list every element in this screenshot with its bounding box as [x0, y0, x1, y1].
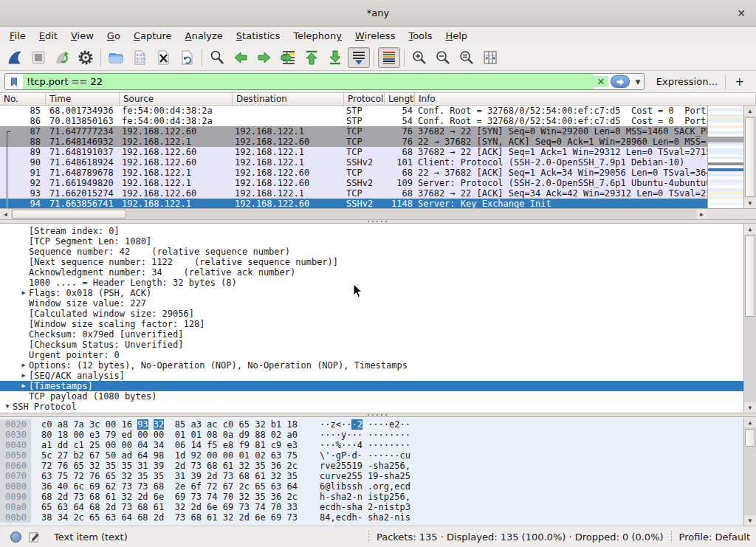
- detail-line[interactable]: ▶Options: (12 bytes), No-Operation (NOP)…: [0, 360, 743, 371]
- open-file-button[interactable]: [105, 47, 127, 68]
- scroll-down-icon[interactable]: ▼: [744, 515, 756, 526]
- display-filter-field[interactable]: !tcp.port == 22 ✕ ▼: [4, 73, 645, 90]
- capture-comment-icon[interactable]: [27, 530, 41, 543]
- last-packet-button[interactable]: [324, 47, 346, 68]
- resize-columns-button[interactable]: [479, 47, 501, 68]
- detail-line[interactable]: ▶[Timestamps]: [0, 381, 743, 391]
- hex-ascii[interactable]: ecdh-sha 2-nistp3: [298, 502, 410, 512]
- column-header-source[interactable]: Source: [120, 93, 233, 105]
- hex-row-00b0[interactable]: 00b038 34 2c 65 63 64 68 2d 73 68 61 32 …: [0, 512, 743, 523]
- packet-row-88[interactable]: 8871.648146932192.168.122.1192.168.122.6…: [0, 137, 707, 147]
- column-header-time[interactable]: Time: [46, 93, 120, 105]
- close-icon[interactable]: ✕: [734, 6, 749, 21]
- capture-options-button[interactable]: [75, 47, 97, 68]
- packet-row-91[interactable]: 9171.648789678192.168.122.1192.168.122.6…: [0, 168, 707, 178]
- expander-right-icon[interactable]: ▶: [18, 381, 29, 391]
- menu-capture[interactable]: Capture: [127, 28, 179, 44]
- scroll-up-icon[interactable]: ▲: [744, 224, 756, 234]
- packet-list-header[interactable]: No.TimeSourceDestinationProtocolLengthIn…: [0, 93, 756, 106]
- hex-bytes[interactable]: 80 18 00 e3 79 ed 00 00 01 01 08 0a d9 8…: [31, 430, 298, 440]
- filter-bookmark-icon[interactable]: [5, 74, 23, 89]
- scroll-thumb[interactable]: [12, 210, 126, 219]
- hex-row-0080[interactable]: 008036 40 6c 69 62 73 73 68 2e 6f 72 67 …: [0, 481, 743, 492]
- expander-right-icon[interactable]: ▶: [18, 360, 29, 371]
- hex-bytes[interactable]: 65 63 64 68 2d 73 68 61 32 2d 6e 69 73 7…: [31, 502, 298, 512]
- hex-bytes[interactable]: 5c 27 b2 67 50 ad 64 98 1d 92 00 00 01 0…: [31, 450, 298, 461]
- column-header-no[interactable]: No.: [0, 93, 46, 105]
- detail-line[interactable]: Window size value: 227: [0, 298, 743, 309]
- hex-bytes[interactable]: c0 a8 7a 3c 00 16 93 32 85 a3 ac c0 65 3…: [31, 419, 298, 430]
- save-file-button[interactable]: 010101100111: [128, 47, 151, 68]
- packet-row-94[interactable]: 9471.663856741192.168.122.1192.168.122.6…: [0, 199, 707, 208]
- packet-row-87[interactable]: 8771.647777234192.168.122.60192.168.122.…: [0, 126, 707, 137]
- hex-ascii[interactable]: ····y··· ········: [298, 430, 410, 440]
- detail-line[interactable]: ▶Flags: 0x018 (PSH, ACK): [0, 288, 743, 298]
- scroll-up-icon[interactable]: ▲: [744, 106, 756, 116]
- hex-row-0040[interactable]: 0040a1 dd c1 25 00 00 04 34 06 14 f5 e8 …: [0, 440, 743, 450]
- hex-ascii[interactable]: \'·gP·d· ······cu: [298, 450, 410, 461]
- filter-apply-button[interactable]: [611, 75, 630, 88]
- column-header-destination[interactable]: Destination: [233, 93, 344, 105]
- zoom-original-button[interactable]: [456, 47, 478, 68]
- packet-row-93[interactable]: 9371.662015274192.168.122.60192.168.122.…: [0, 188, 707, 199]
- zoom-in-button[interactable]: [408, 47, 430, 68]
- colorize-packets-button[interactable]: [378, 47, 400, 68]
- detail-line[interactable]: [Stream index: 0]: [0, 226, 743, 236]
- packet-row-86[interactable]: 8670.013850163fe:54:00:d4:38:2aSTP54Conf…: [0, 116, 707, 126]
- hex-bytes[interactable]: 68 2d 73 68 61 32 2d 6e 69 73 74 70 32 3…: [31, 492, 298, 502]
- restart-capture-button[interactable]: [51, 47, 73, 68]
- hex-row-0090[interactable]: 009068 2d 73 68 61 32 2d 6e 69 73 74 70 …: [0, 492, 743, 502]
- expert-info-icon[interactable]: [10, 531, 21, 543]
- detail-line[interactable]: [Calculated window size: 29056]: [0, 309, 743, 319]
- detail-line[interactable]: ▶[SEQ/ACK analysis]: [0, 371, 743, 381]
- first-packet-button[interactable]: [300, 47, 323, 68]
- details-vscrollbar[interactable]: ▲ ▼: [743, 224, 756, 413]
- detail-line[interactable]: TCP payload (1080 bytes): [0, 391, 743, 402]
- packet-list-hscrollbar[interactable]: ◀ ▶: [0, 208, 707, 219]
- menu-view[interactable]: View: [64, 28, 100, 44]
- stop-capture-button[interactable]: [27, 47, 49, 68]
- hex-row-0060[interactable]: 006072 76 65 32 35 35 31 39 2d 73 68 61 …: [0, 461, 743, 471]
- goto-packet-button[interactable]: [277, 47, 299, 68]
- detail-line[interactable]: [Next sequence number: 1122 (relative se…: [0, 257, 743, 267]
- packet-row-92[interactable]: 9271.661949820192.168.122.1192.168.122.6…: [0, 178, 707, 188]
- expander-down-icon[interactable]: ▼: [2, 402, 13, 412]
- hex-bytes[interactable]: 72 76 65 32 35 35 31 39 2d 73 68 61 32 3…: [31, 461, 298, 471]
- detail-line[interactable]: Acknowledgment number: 34 (relative ack …: [0, 267, 743, 278]
- expander-right-icon[interactable]: ▶: [18, 288, 29, 298]
- profile-label[interactable]: Profile: Default: [679, 531, 750, 543]
- menu-edit[interactable]: Edit: [32, 28, 64, 44]
- zoom-out-button[interactable]: [432, 47, 454, 68]
- hex-row-00a0[interactable]: 00a065 63 64 68 2d 73 68 61 32 2d 6e 69 …: [0, 502, 743, 512]
- column-header-protocol[interactable]: Protocol: [344, 93, 385, 105]
- detail-line[interactable]: 1000 .... = Header Length: 32 bytes (8): [0, 278, 743, 288]
- hex-bytes[interactable]: 36 40 6c 69 62 73 73 68 2e 6f 72 67 2c 6…: [31, 481, 298, 492]
- detail-line[interactable]: [TCP Segment Len: 1080]: [0, 236, 743, 247]
- packet-list-vscrollbar[interactable]: ▲ ▼: [743, 106, 756, 208]
- menu-statistics[interactable]: Statistics: [230, 28, 286, 44]
- hex-ascii[interactable]: 84,ecdh- sha2-nis: [298, 512, 410, 523]
- hex-ascii[interactable]: ··z<···2 ····e2··: [298, 419, 410, 430]
- scroll-down-icon[interactable]: ▼: [744, 402, 756, 413]
- display-filter-input[interactable]: !tcp.port == 22: [23, 74, 594, 89]
- scroll-thumb[interactable]: [745, 429, 755, 447]
- menu-file[interactable]: File: [3, 28, 32, 44]
- filter-dropdown-icon[interactable]: ▼: [632, 74, 644, 89]
- detail-line[interactable]: [Checksum Status: Unverified]: [0, 340, 743, 350]
- menu-go[interactable]: Go: [100, 28, 127, 44]
- start-capture-button[interactable]: [4, 47, 26, 68]
- detail-line[interactable]: ▼SSH Protocol: [0, 402, 743, 412]
- hex-bytes[interactable]: a1 dd c1 25 00 00 04 34 06 14 f5 e8 f9 8…: [31, 440, 298, 450]
- hex-ascii[interactable]: ···%···4 ········: [298, 440, 410, 450]
- next-packet-button[interactable]: [253, 47, 275, 68]
- scroll-down-icon[interactable]: ▼: [744, 198, 756, 208]
- column-header-length[interactable]: Length: [385, 93, 415, 105]
- filter-clear-icon[interactable]: ✕: [594, 76, 608, 87]
- reload-file-button[interactable]: [176, 47, 198, 68]
- scroll-up-icon[interactable]: ▲: [744, 417, 756, 427]
- detail-line[interactable]: Checksum: 0x79ed [unverified]: [0, 329, 743, 340]
- scroll-thumb[interactable]: [745, 235, 755, 317]
- packet-row-89[interactable]: 8971.648191037192.168.122.60192.168.122.…: [0, 147, 707, 157]
- expander-right-icon[interactable]: ▶: [18, 371, 29, 381]
- hex-row-0020[interactable]: 0020c0 a8 7a 3c 00 16 93 32 85 a3 ac c0 …: [0, 419, 743, 430]
